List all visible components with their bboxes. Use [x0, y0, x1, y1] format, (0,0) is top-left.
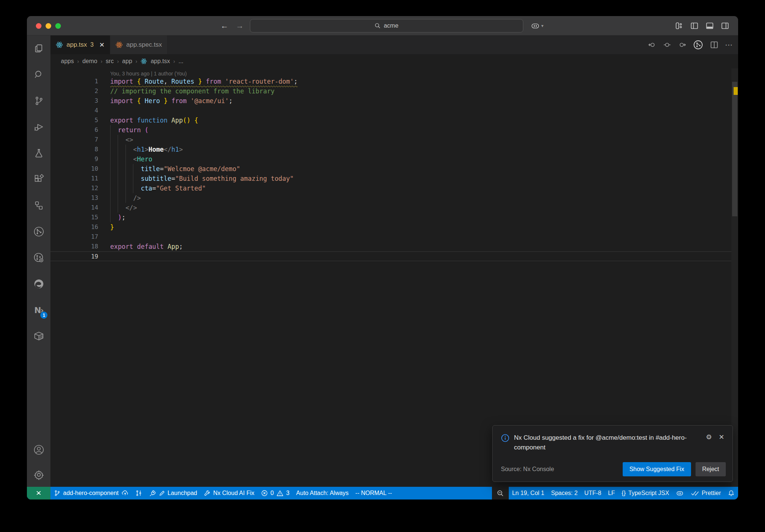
- close-window-button[interactable]: [36, 23, 41, 29]
- breadcrumb-item[interactable]: src: [106, 58, 114, 65]
- zoom-status-item[interactable]: [492, 487, 509, 499]
- nx-console-icon[interactable]: N› 1: [27, 297, 50, 323]
- command-center-search[interactable]: acme: [250, 19, 523, 33]
- code-line-content: <h1>Home</h1>: [98, 145, 183, 154]
- settings-gear-icon[interactable]: [27, 463, 50, 487]
- split-editor-icon[interactable]: [710, 40, 719, 49]
- code-line-5[interactable]: 5export function App() {: [50, 115, 738, 125]
- code-line-15[interactable]: 15 );: [50, 213, 738, 222]
- problems-item[interactable]: 0 3: [258, 487, 293, 499]
- commit-graph-icon[interactable]: [27, 219, 50, 245]
- code-line-content: cta="Get Started": [98, 183, 206, 193]
- line-number: 6: [50, 125, 98, 135]
- code-line-13[interactable]: 13 />: [50, 193, 738, 203]
- notification-toast: Nx Cloud suggested a fix for @acme/demo:…: [492, 425, 733, 482]
- explorer-icon[interactable]: [27, 35, 50, 62]
- toggle-panel-icon[interactable]: [705, 21, 715, 31]
- cursor-position-item[interactable]: Ln 19, Col 1: [509, 487, 548, 499]
- copilot-menu-button[interactable]: ▾: [530, 21, 543, 31]
- history-forward-button[interactable]: →: [235, 21, 245, 31]
- nav-forward-circle-icon[interactable]: [678, 40, 687, 49]
- launchpad-item[interactable]: Launchpad: [146, 487, 201, 499]
- breadcrumb-item[interactable]: ...: [179, 58, 183, 65]
- eol-item[interactable]: LF: [605, 487, 619, 499]
- code-line-3[interactable]: 3import { Hero } from '@acme/ui';: [50, 96, 738, 106]
- history-back-button[interactable]: ←: [219, 21, 230, 31]
- editor-scrollbar[interactable]: [731, 68, 738, 487]
- git-branch-item[interactable]: add-hero-component: [50, 487, 132, 499]
- code-line-17[interactable]: 17: [50, 232, 738, 242]
- show-suggested-fix-button[interactable]: Show Suggested Fix: [623, 462, 691, 476]
- warnings-icon: [276, 490, 284, 497]
- nx-badge: 1: [40, 312, 47, 319]
- more-actions-icon[interactable]: ⋯: [725, 40, 733, 49]
- breadcrumb-item[interactable]: app.tsx: [151, 58, 170, 65]
- code-line-4[interactable]: 4: [50, 106, 738, 115]
- code-line-content: );: [98, 213, 126, 222]
- breadcrumb-item[interactable]: app: [122, 58, 132, 65]
- code-line-6[interactable]: 6 return (: [50, 125, 738, 135]
- code-line-2[interactable]: 2// importing the component from the lib…: [50, 86, 738, 96]
- nav-back-circle-icon[interactable]: [648, 40, 657, 49]
- gitlens-graph-icon[interactable]: [693, 40, 703, 50]
- git-blame-annotation: You, 3 hours ago | 1 author (You): [110, 68, 738, 77]
- notification-close-icon[interactable]: ✕: [719, 433, 724, 441]
- graph-search-icon[interactable]: [27, 245, 50, 271]
- extensions-icon[interactable]: [27, 166, 50, 192]
- minimize-window-button[interactable]: [46, 23, 51, 29]
- copilot-status-item[interactable]: [672, 487, 687, 499]
- account-icon[interactable]: [27, 437, 50, 463]
- code-line-8[interactable]: 8 <h1>Home</h1>: [50, 145, 738, 154]
- breadcrumb-item[interactable]: apps: [61, 58, 74, 65]
- nx-cloud-fix-item[interactable]: Nx Cloud AI Fix: [201, 487, 258, 499]
- tab-app-spec-tsx[interactable]: app.spec.tsx: [110, 35, 167, 54]
- code-line-18[interactable]: 18export default App;: [50, 242, 738, 251]
- vim-mode-item[interactable]: -- NORMAL --: [352, 487, 395, 499]
- hierarchy-view-icon[interactable]: [27, 192, 50, 219]
- encoding-label: UTF-8: [584, 490, 601, 497]
- code-line-16[interactable]: 16}: [50, 222, 738, 232]
- nav-current-circle-icon[interactable]: [663, 41, 671, 49]
- code-editor[interactable]: You, 3 hours ago | 1 author (You) 1impor…: [50, 68, 738, 487]
- breadcrumb-item[interactable]: demo: [82, 58, 97, 65]
- code-line-12[interactable]: 12 cta="Get Started": [50, 183, 738, 193]
- indentation-item[interactable]: Spaces: 2: [548, 487, 581, 499]
- source-control-icon[interactable]: [27, 88, 50, 114]
- cube-tool-icon[interactable]: [27, 323, 50, 349]
- search-view-icon[interactable]: [27, 62, 50, 88]
- zoom-window-button[interactable]: [55, 23, 61, 29]
- code-line-content: <>: [98, 135, 133, 145]
- reject-button[interactable]: Reject: [696, 462, 726, 476]
- publish-cloud-icon: [121, 489, 129, 497]
- commit-graph-status-item[interactable]: [132, 487, 146, 499]
- language-mode-item[interactable]: {} TypeScript JSX: [618, 487, 672, 499]
- notifications-bell-item[interactable]: [724, 487, 738, 499]
- code-line-14[interactable]: 14 </>: [50, 203, 738, 213]
- code-line-1[interactable]: 1import { Route, Routes } from 'react-ro…: [50, 77, 738, 86]
- tab-app-tsx[interactable]: app.tsx 3 ✕: [50, 35, 110, 54]
- customize-layout-icon[interactable]: [674, 21, 684, 31]
- code-line-7[interactable]: 7 <>: [50, 135, 738, 145]
- react-test-file-icon: [115, 41, 123, 49]
- code-line-19[interactable]: 19: [50, 251, 738, 261]
- edge-browser-icon[interactable]: [27, 271, 50, 297]
- encoding-item[interactable]: UTF-8: [581, 487, 604, 499]
- notification-settings-gear-icon[interactable]: ⚙: [706, 433, 712, 441]
- code-line-11[interactable]: 11 subtitle="Build something amazing tod…: [50, 174, 738, 183]
- line-number: 2: [50, 86, 98, 96]
- code-line-content: import { Route, Routes } from 'react-rou…: [98, 77, 298, 86]
- testing-icon[interactable]: [27, 140, 50, 166]
- scrollbar-thumb[interactable]: [732, 82, 737, 216]
- remote-indicator[interactable]: [27, 487, 50, 499]
- auto-attach-item[interactable]: Auto Attach: Always: [293, 487, 352, 499]
- toggle-primary-sidebar-icon[interactable]: [690, 21, 699, 31]
- run-debug-icon[interactable]: [27, 114, 50, 140]
- close-tab-icon[interactable]: ✕: [99, 41, 105, 49]
- error-count: 0: [270, 490, 274, 497]
- code-line-9[interactable]: 9 <Hero: [50, 154, 738, 164]
- line-number: 1: [50, 77, 98, 86]
- formatter-item[interactable]: Prettier: [687, 487, 724, 499]
- toggle-secondary-sidebar-icon[interactable]: [720, 21, 730, 31]
- code-line-10[interactable]: 10 title="Welcmoe @acme/demo": [50, 164, 738, 174]
- tab-problem-badge: 3: [90, 41, 94, 48]
